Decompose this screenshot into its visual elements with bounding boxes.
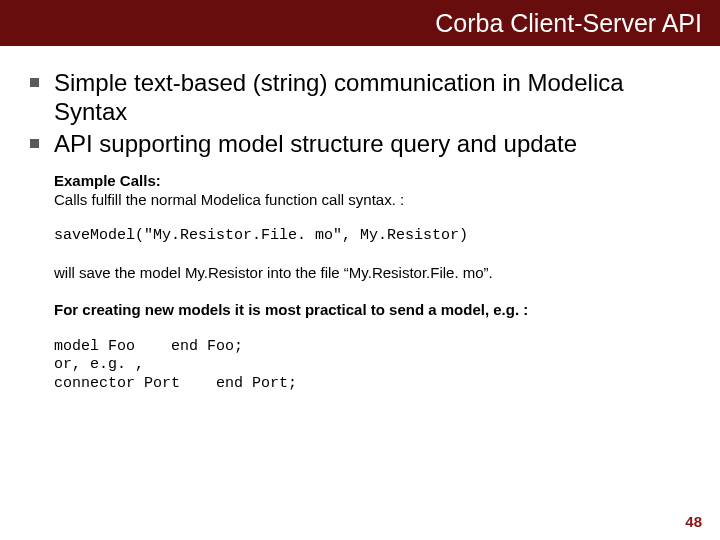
bullet-item: Simple text-based (string) communication… <box>28 68 692 127</box>
example-desc: Calls fulfill the normal Modelica functi… <box>54 191 404 208</box>
page-number: 48 <box>685 513 702 530</box>
create-note: For creating new models it is most pract… <box>54 301 692 320</box>
title-bar: Corba Client-Server API <box>0 0 720 46</box>
slide: Corba Client-Server API Simple text-base… <box>0 0 720 540</box>
example-label: Example Calls: <box>54 172 161 189</box>
save-note: will save the model My.Resistor into the… <box>54 264 692 283</box>
bullet-list: Simple text-based (string) communication… <box>28 68 692 158</box>
body-area: Simple text-based (string) communication… <box>0 46 720 394</box>
bullet-item: API supporting model structure query and… <box>28 129 692 158</box>
example-heading: Example Calls: Calls fulfill the normal … <box>54 172 692 210</box>
code-block-save: saveModel("My.Resistor.File. mo", My.Res… <box>54 227 692 246</box>
slide-title: Corba Client-Server API <box>435 9 702 38</box>
code-block-model: model Foo end Foo; or, e.g. , connector … <box>54 338 692 394</box>
example-section: Example Calls: Calls fulfill the normal … <box>54 172 692 394</box>
